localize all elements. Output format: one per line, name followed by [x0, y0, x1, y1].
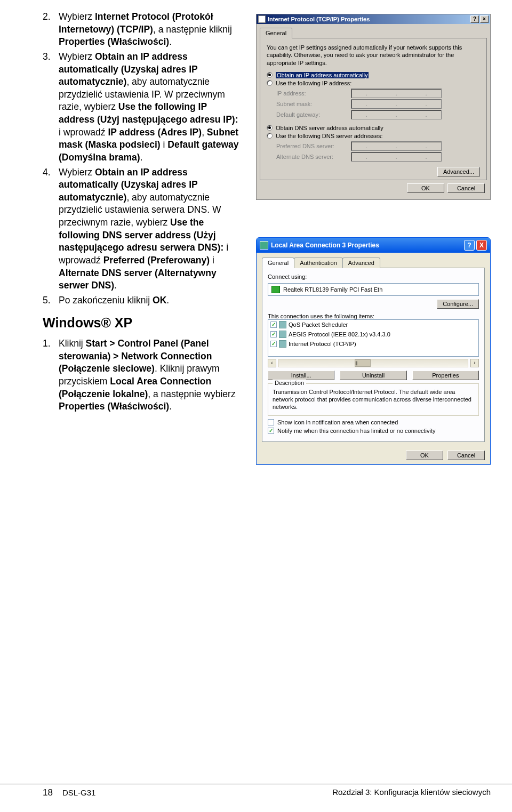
field-gateway: Default gateway: ... [276, 110, 480, 119]
help-button[interactable]: ? [470, 15, 479, 23]
text-bold: OK [153, 295, 166, 305]
subnet-input[interactable]: ... [351, 99, 442, 109]
item-label: Internet Protocol (TCP/IP) [289, 341, 356, 347]
chapter-title: Rozdział 3: Konfiguracja klientów siecio… [332, 787, 491, 798]
text: . [140, 152, 143, 163]
show-icon-checkbox-row[interactable]: Show icon in notification area when conn… [268, 419, 479, 425]
titlebar[interactable]: Local Area Connection 3 Properties ? X [257, 238, 490, 253]
list-item[interactable]: ✓ Internet Protocol (TCP/IP) [268, 339, 478, 349]
notify-checkbox-row[interactable]: ✓ Notify me when this connection has lim… [268, 428, 479, 434]
tab-general[interactable]: General [260, 28, 292, 38]
titlebar[interactable]: Internet Protocol (TCP/IP) Properties ? … [257, 14, 490, 24]
scroll-right-icon[interactable]: › [470, 359, 479, 367]
ok-button[interactable]: OK [407, 183, 444, 193]
ip-address-input[interactable]: ... [351, 89, 442, 98]
checkbox-icon[interactable]: ✓ [270, 331, 277, 337]
checkbox-icon[interactable]: ✓ [270, 321, 277, 328]
close-button[interactable]: X [476, 240, 487, 251]
uses-items-label: This connection uses the following items… [268, 313, 479, 319]
description-fieldset: Description Transmission Control Protoco… [268, 383, 479, 416]
intro-text: You can get IP settings assigned automat… [267, 44, 480, 67]
text-bold: Alternate DNS server (Alternatywny serwe… [59, 268, 217, 291]
pref-dns-input[interactable]: ... [351, 141, 442, 151]
nic-box: Realtek RTL8139 Family PCI Fast Eth [268, 283, 479, 296]
text-bold: Preferred (Preferowany) [103, 255, 210, 266]
scroll-left-icon[interactable]: ‹ [268, 359, 276, 367]
cancel-button[interactable]: Cancel [447, 451, 485, 460]
tab-authentication[interactable]: Authentication [294, 258, 343, 268]
protocol-icon [279, 321, 286, 328]
list-item[interactable]: ✓ AEGIS Protocol (IEEE 802.1x) v3.4.3.0 [268, 329, 478, 339]
field-label: Subnet mask: [276, 101, 351, 107]
main-steps-list: Wybierz Internet Protocol (Protokół Inte… [43, 11, 240, 307]
alt-dns-input[interactable]: ... [351, 152, 442, 162]
description-text: Transmission Control Protocol/Internet P… [273, 388, 474, 411]
radio-obtain-dns[interactable]: Obtain DNS server address automatically [267, 125, 480, 131]
text: Po zakończeniu kliknij [59, 295, 153, 305]
field-label: IP address: [276, 90, 351, 97]
field-ip-address: IP address: ... [276, 89, 480, 98]
text: , a następnie kliknij [153, 24, 232, 35]
item-label: AEGIS Protocol (IEEE 802.1x) v3.4.3.0 [289, 331, 390, 337]
field-label: Alternate DNS server: [276, 154, 351, 160]
field-subnet: Subnet mask: ... [276, 99, 480, 109]
checkbox-icon[interactable]: ✓ [268, 428, 274, 434]
text: i wprowadź [59, 127, 108, 138]
horizontal-scrollbar[interactable]: ‹ ⦀ › [268, 359, 479, 367]
step-2: Wybierz Internet Protocol (Protokół Inte… [43, 11, 240, 49]
checkbox-label: Show icon in notification area when conn… [277, 419, 398, 425]
text: Wybierz [59, 167, 95, 178]
gateway-input[interactable]: ... [351, 110, 442, 119]
cancel-button[interactable]: Cancel [447, 183, 485, 193]
radio-icon [267, 125, 273, 131]
radio-obtain-ip[interactable]: Obtain an IP address automatically [267, 72, 480, 78]
window-title: Internet Protocol (TCP/IP) Properties [268, 16, 370, 22]
model-name: DSL-G31 [62, 788, 96, 797]
close-button[interactable]: × [480, 15, 489, 23]
text-bold: Properties (Właściwości) [59, 36, 169, 47]
radio-label: Obtain DNS server address automatically [276, 125, 383, 131]
window-icon [258, 15, 266, 23]
window-title: Local Area Connection 3 Properties [271, 242, 379, 249]
tab-row: General [260, 27, 487, 38]
tab-row: General Authentication Advanced [262, 257, 485, 268]
checkbox-label: Notify me when this connection has limit… [277, 428, 436, 434]
checkbox-icon[interactable] [268, 419, 274, 425]
radio-use-dns[interactable]: Use the following DNS server addresses: [267, 133, 480, 139]
field-label: Default gateway: [276, 111, 351, 118]
text-bold: IP address (Adres IP) [108, 127, 202, 138]
configure-button[interactable]: Configure... [437, 299, 479, 309]
text: Wybierz [59, 11, 95, 22]
help-button[interactable]: ? [464, 240, 475, 251]
radio-label: Use the following DNS server addresses: [276, 133, 383, 139]
scroll-thumb[interactable]: ⦀ [355, 359, 371, 367]
install-button[interactable]: Install... [268, 371, 334, 380]
text: Kliknij [59, 338, 86, 349]
window-icon [260, 241, 268, 250]
components-list[interactable]: ✓ QoS Packet Scheduler ✓ AEGIS Protocol … [268, 319, 479, 357]
radio-label: Use the following IP address: [276, 80, 351, 86]
ok-button[interactable]: OK [406, 451, 443, 460]
page-footer: 18 DSL-G31 Rozdział 3: Konfiguracja klie… [0, 784, 512, 798]
text: . [169, 401, 172, 412]
checkbox-icon[interactable]: ✓ [270, 341, 277, 347]
scroll-track[interactable]: ⦀ [278, 359, 468, 367]
radio-icon [267, 80, 273, 86]
uninstall-button[interactable]: Uninstall [340, 371, 406, 380]
advanced-button[interactable]: Advanced... [437, 167, 480, 176]
step-4: Wybierz Obtain an IP address automatical… [43, 166, 240, 292]
lan-properties-dialog: Local Area Connection 3 Properties ? X G… [256, 237, 491, 465]
text: , a następnie wybierz [148, 389, 235, 399]
tab-general[interactable]: General [262, 258, 294, 268]
protocol-icon [279, 340, 286, 348]
field-label: Preferred DNS server: [276, 143, 351, 149]
list-item[interactable]: ✓ QoS Packet Scheduler [268, 320, 478, 329]
description-legend: Description [273, 380, 306, 386]
radio-use-ip[interactable]: Use the following IP address: [267, 80, 480, 86]
xp-step-1: Kliknij Start > Control Panel (Panel ste… [43, 337, 240, 413]
xp-steps-list: Kliknij Start > Control Panel (Panel ste… [43, 337, 240, 413]
properties-button[interactable]: Properties [412, 371, 479, 380]
tab-advanced[interactable]: Advanced [342, 258, 380, 268]
text: . [166, 295, 169, 305]
connect-using-label: Connect using: [268, 274, 479, 280]
